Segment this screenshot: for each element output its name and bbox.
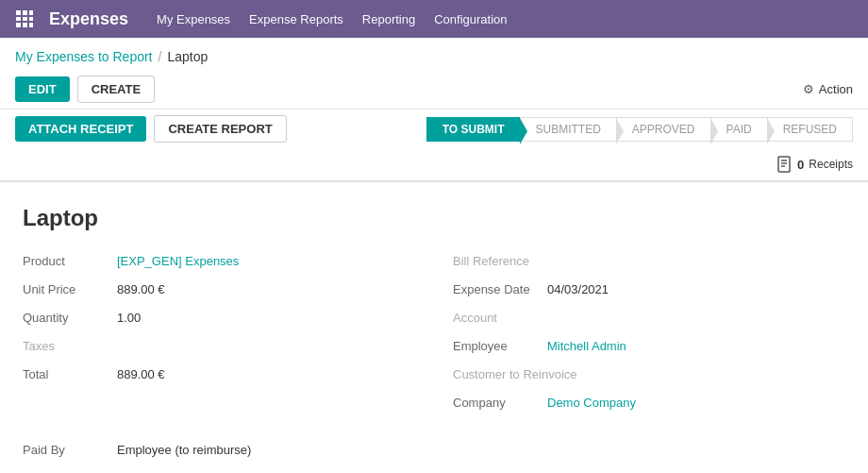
svg-rect-0 bbox=[16, 10, 21, 15]
employee-label: Employee bbox=[453, 339, 547, 353]
app-title: Expenses bbox=[49, 9, 128, 29]
breadcrumb: My Expenses to Report / Laptop bbox=[0, 38, 868, 70]
pipeline-step-to-submit[interactable]: TO SUBMIT bbox=[426, 117, 520, 142]
top-navigation: Expenses My Expenses Expense Reports Rep… bbox=[0, 0, 868, 38]
nav-configuration[interactable]: Configuration bbox=[434, 8, 507, 30]
svg-rect-7 bbox=[23, 23, 27, 27]
pipeline-step-refused[interactable]: REFUSED bbox=[767, 117, 853, 142]
company-value: Demo Company bbox=[547, 396, 636, 410]
expense-date-row: Expense Date 04/03/2021 bbox=[453, 282, 845, 305]
unit-price-label: Unit Price bbox=[23, 282, 117, 296]
pipeline-step-submitted[interactable]: SUBMITTED bbox=[520, 117, 616, 142]
employee-link[interactable]: Mitchell Admin bbox=[547, 339, 626, 353]
account-label: Account bbox=[453, 311, 585, 325]
product-label: Product bbox=[23, 254, 117, 268]
pipeline-step-approved[interactable]: APPROVED bbox=[616, 117, 710, 142]
attach-receipt-button[interactable]: ATTACH RECEIPT bbox=[15, 116, 146, 142]
receipts-label: Receipts bbox=[809, 158, 853, 171]
taxes-row: Taxes bbox=[23, 339, 415, 362]
customer-reinvoice-label: Customer to Reinvoice bbox=[453, 367, 585, 381]
bill-ref-row: Bill Reference bbox=[453, 254, 845, 277]
form-right: Bill Reference Expense Date 04/03/2021 A… bbox=[453, 254, 845, 424]
employee-row: Employee Mitchell Admin bbox=[453, 339, 845, 362]
nav-reporting[interactable]: Reporting bbox=[362, 8, 415, 30]
bill-ref-label: Bill Reference bbox=[453, 254, 585, 268]
expense-title: Laptop bbox=[23, 205, 845, 231]
unit-price-value: 889.00 € bbox=[117, 282, 165, 296]
pipeline-step-paid[interactable]: PAID bbox=[710, 117, 767, 142]
edit-button[interactable]: EDIT bbox=[15, 76, 70, 102]
svg-rect-5 bbox=[29, 17, 33, 21]
svg-rect-1 bbox=[23, 10, 27, 15]
svg-rect-8 bbox=[29, 23, 33, 27]
product-link[interactable]: [EXP_GEN] Expenses bbox=[117, 254, 239, 268]
taxes-label: Taxes bbox=[23, 339, 155, 353]
company-label: Company bbox=[453, 396, 547, 410]
svg-rect-9 bbox=[778, 157, 790, 172]
quantity-row: Quantity 1.00 bbox=[23, 311, 415, 333]
product-value: [EXP_GEN] Expenses bbox=[117, 254, 239, 268]
status-pipeline: TO SUBMIT SUBMITTED APPROVED PAID REFUSE… bbox=[426, 117, 853, 142]
receipts-button[interactable]: 0 Receipts bbox=[776, 156, 853, 173]
action-menu[interactable]: ⚙ Action bbox=[803, 82, 853, 96]
receipts-count: 0 bbox=[797, 158, 804, 172]
paid-by-label: Paid By bbox=[23, 443, 117, 457]
customer-reinvoice-row: Customer to Reinvoice bbox=[453, 367, 845, 390]
expense-date-value: 04/03/2021 bbox=[547, 282, 609, 296]
breadcrumb-current: Laptop bbox=[167, 49, 208, 64]
create-report-button[interactable]: CREATE REPORT bbox=[154, 115, 286, 143]
company-row: Company Demo Company bbox=[453, 396, 845, 418]
action-label: Action bbox=[819, 82, 853, 96]
nav-my-expenses[interactable]: My Expenses bbox=[157, 8, 230, 30]
receipts-bar: 0 Receipts bbox=[0, 148, 868, 181]
expense-form: Product [EXP_GEN] Expenses Unit Price 88… bbox=[23, 254, 845, 424]
form-left: Product [EXP_GEN] Expenses Unit Price 88… bbox=[23, 254, 415, 424]
total-label: Total bbox=[23, 367, 117, 381]
total-value: 889.00 € bbox=[117, 367, 165, 381]
svg-rect-4 bbox=[23, 17, 27, 21]
header-area: My Expenses to Report / Laptop EDIT CREA… bbox=[0, 38, 868, 182]
paid-by-value: Employee (to reimburse) bbox=[117, 443, 251, 457]
svg-rect-6 bbox=[16, 23, 21, 27]
paid-by-section: Paid By Employee (to reimburse) bbox=[23, 443, 845, 465]
svg-rect-3 bbox=[16, 17, 21, 21]
unit-price-row: Unit Price 889.00 € bbox=[23, 282, 415, 305]
sub-action-bar: ATTACH RECEIPT CREATE REPORT TO SUBMIT S… bbox=[0, 109, 868, 148]
breadcrumb-parent[interactable]: My Expenses to Report bbox=[15, 49, 153, 64]
paid-by-row: Paid By Employee (to reimburse) bbox=[23, 443, 845, 465]
quantity-value: 1.00 bbox=[117, 311, 141, 325]
nav-menu: My Expenses Expense Reports Reporting Co… bbox=[157, 8, 507, 30]
gear-icon: ⚙ bbox=[803, 82, 814, 96]
total-row: Total 889.00 € bbox=[23, 367, 415, 390]
company-link[interactable]: Demo Company bbox=[547, 396, 636, 410]
action-bar: EDIT CREATE ⚙ Action bbox=[0, 70, 868, 109]
expense-date-label: Expense Date bbox=[453, 282, 547, 296]
create-button[interactable]: CREATE bbox=[77, 76, 155, 103]
quantity-label: Quantity bbox=[23, 311, 117, 325]
svg-rect-2 bbox=[29, 10, 33, 15]
account-row: Account bbox=[453, 311, 845, 333]
product-row: Product [EXP_GEN] Expenses bbox=[23, 254, 415, 277]
breadcrumb-separator: / bbox=[159, 49, 162, 64]
main-content: Laptop Product [EXP_GEN] Expenses Unit P… bbox=[0, 182, 868, 473]
apps-menu-button[interactable] bbox=[9, 4, 40, 34]
nav-expense-reports[interactable]: Expense Reports bbox=[249, 8, 343, 30]
employee-value: Mitchell Admin bbox=[547, 339, 626, 353]
